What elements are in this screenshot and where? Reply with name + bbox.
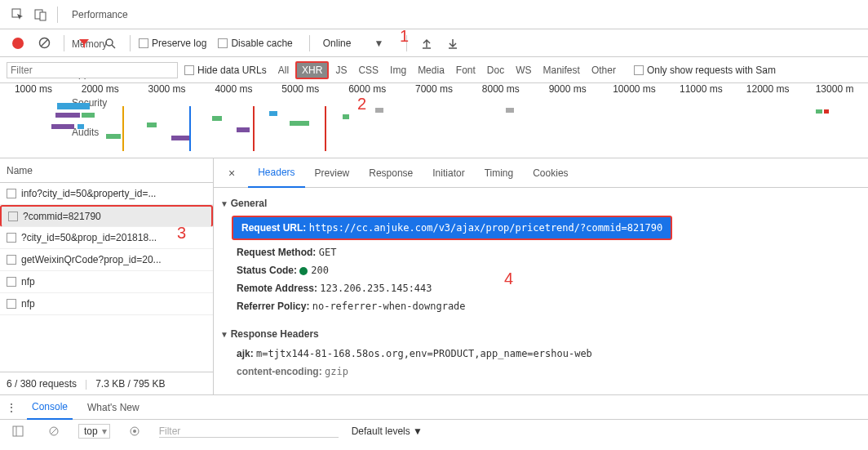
filter-type-font[interactable]: Font: [451, 63, 480, 78]
clear-button[interactable]: [33, 32, 55, 55]
request-method-row: Request Method: GET: [220, 243, 868, 261]
device-icon[interactable]: [29, 3, 52, 26]
upload-icon[interactable]: [415, 32, 438, 55]
request-name: nfp: [21, 276, 35, 287]
request-name: nfp: [21, 298, 35, 310]
console-toolbar: top▾ Filter Default levels ▼: [0, 420, 868, 443]
timeline-tick: 1000 ms: [0, 83, 67, 100]
detail-tab-response[interactable]: Response: [359, 158, 423, 188]
tab-performance[interactable]: Performance: [63, 0, 137, 29]
timeline-tick: 13000 m: [801, 83, 868, 100]
request-name: ?city_id=50&prop_id=201818...: [21, 232, 157, 243]
timeline-tick: 3000 ms: [134, 83, 201, 100]
detail-tab-timing[interactable]: Timing: [475, 158, 524, 188]
detail-tab-headers[interactable]: Headers: [248, 158, 304, 188]
filter-type-doc[interactable]: Doc: [482, 63, 509, 78]
timeline-tick: 9000 ms: [534, 83, 601, 100]
annotation-2: 2: [357, 95, 366, 114]
record-button[interactable]: [7, 32, 29, 55]
devtools-tabs: ElementsConsoleSourcesNetworkPerformance…: [0, 0, 868, 29]
request-row[interactable]: info?city_id=50&property_id=...: [0, 183, 213, 205]
throttle-dropdown-icon[interactable]: ▼: [359, 38, 398, 49]
request-checkbox[interactable]: [7, 189, 16, 198]
request-checkbox[interactable]: [7, 255, 16, 265]
detail-tab-cookies[interactable]: Cookies: [523, 158, 578, 188]
remote-address-row: Remote Address: 123.206.235.145:443: [220, 279, 868, 297]
online-select[interactable]: Online: [318, 38, 356, 49]
svg-line-10: [51, 428, 57, 434]
detail-tab-preview[interactable]: Preview: [305, 158, 360, 188]
timeline-tick: 2000 ms: [67, 83, 134, 100]
preserve-log-checkbox[interactable]: Preserve log: [139, 38, 206, 49]
search-icon[interactable]: [99, 32, 122, 55]
detail-pane: × HeadersPreviewResponseInitiatorTimingC…: [214, 158, 868, 394]
request-url-value: https://cc.anjuke.com/v3/ajax/prop/price…: [309, 222, 662, 234]
ajk-header-row: ajk: m=tjtx144-81-168.58os.org,env=PRODU…: [220, 345, 868, 363]
divider: [57, 7, 58, 23]
svg-point-5: [106, 39, 113, 46]
hide-data-urls[interactable]: Hide data URLs: [184, 65, 267, 76]
console-sidebar-icon[interactable]: [7, 420, 29, 443]
divider: [130, 35, 131, 51]
general-section[interactable]: General: [220, 193, 868, 214]
console-clear-icon[interactable]: [42, 420, 65, 443]
request-checkbox[interactable]: [8, 212, 18, 221]
live-expr-icon[interactable]: [123, 420, 146, 443]
filter-type-media[interactable]: Media: [413, 63, 450, 78]
download-icon[interactable]: [441, 32, 464, 55]
drawer-whatsnew-tab[interactable]: What's New: [82, 395, 144, 420]
disable-cache-checkbox[interactable]: Disable cache: [218, 38, 292, 49]
filter-input[interactable]: [7, 62, 178, 78]
console-filter-input[interactable]: Filter: [159, 425, 339, 438]
timeline-tick: 12000 ms: [734, 83, 801, 100]
filter-type-all[interactable]: All: [273, 63, 294, 78]
request-url-row: Request URL: https://cc.anjuke.com/v3/aj…: [232, 216, 672, 240]
log-levels-select[interactable]: Default levels ▼: [352, 425, 423, 437]
inspect-icon[interactable]: [7, 3, 29, 26]
request-checkbox[interactable]: [7, 299, 16, 309]
headers-body: General Request URL: https://cc.anjuke.c…: [214, 188, 868, 394]
only-1st-party[interactable]: Only show requests with Sam: [634, 65, 776, 76]
request-checkbox[interactable]: [7, 233, 16, 243]
filter-type-xhr[interactable]: XHR: [295, 61, 329, 79]
filter-icon[interactable]: [73, 32, 95, 55]
filter-type-other[interactable]: Other: [587, 63, 621, 78]
timeline-tick: 7000 ms: [401, 83, 467, 100]
drawer-console-tab[interactable]: Console: [27, 395, 73, 420]
svg-rect-7: [13, 426, 23, 436]
filter-type-ws[interactable]: WS: [511, 63, 536, 78]
request-list-pane: Name info?city_id=50&property_id=...?com…: [0, 158, 214, 394]
status-code-row: Status Code: 200: [220, 261, 868, 279]
svg-line-6: [112, 45, 115, 48]
divider: [64, 35, 64, 51]
filter-type-img[interactable]: Img: [385, 63, 411, 78]
context-select[interactable]: top▾: [78, 424, 110, 439]
request-name: info?city_id=50&property_id=...: [21, 188, 156, 199]
timeline-tick: 11000 ms: [667, 83, 734, 100]
filter-type-js[interactable]: JS: [330, 63, 352, 78]
request-count: 6 / 380 requests: [7, 378, 77, 390]
referrer-policy-row: Referrer Policy: no-referrer-when-downgr…: [220, 297, 868, 315]
svg-line-4: [41, 39, 48, 47]
timeline-tick: 4000 ms: [201, 83, 268, 100]
annotation-4: 4: [504, 270, 513, 288]
request-row[interactable]: nfp: [0, 271, 213, 293]
request-checkbox[interactable]: [7, 277, 16, 287]
response-headers-section[interactable]: Response Headers: [220, 323, 868, 345]
drawer-menu-icon[interactable]: ⋮: [7, 402, 17, 413]
svg-rect-2: [40, 12, 46, 20]
request-row[interactable]: nfp: [0, 293, 213, 315]
request-row[interactable]: getWeixinQrCode?prop_id=20...: [0, 249, 213, 271]
timeline-tick: 10000 ms: [601, 83, 668, 100]
waterfall-overview[interactable]: 1000 ms2000 ms3000 ms4000 ms5000 ms6000 …: [0, 83, 868, 158]
network-main: Name info?city_id=50&property_id=...?com…: [0, 158, 868, 395]
status-bar: 6 / 380 requests|7.3 KB / 795 KB: [0, 372, 213, 394]
name-column-header[interactable]: Name: [0, 158, 213, 183]
close-details-button[interactable]: ×: [220, 167, 243, 180]
detail-tab-initiator[interactable]: Initiator: [423, 158, 474, 188]
filter-type-manifest[interactable]: Manifest: [538, 63, 585, 78]
request-name: getWeixinQrCode?prop_id=20...: [21, 254, 162, 265]
annotation-1: 1: [400, 27, 409, 46]
timeline-tick: 6000 ms: [334, 83, 401, 100]
filter-type-css[interactable]: CSS: [353, 63, 383, 78]
